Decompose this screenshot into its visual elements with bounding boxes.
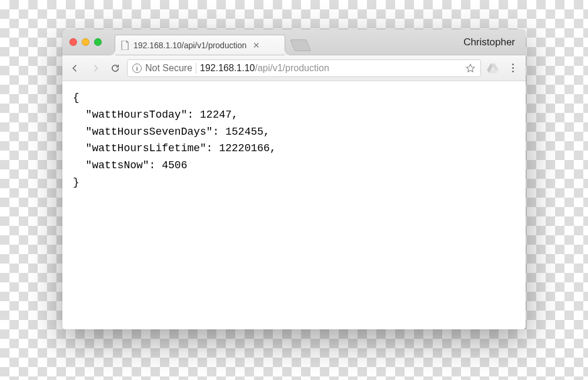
back-button[interactable]	[67, 60, 83, 76]
toolbar: i Not Secure 192.168.1.10/api/v1/product…	[62, 55, 526, 81]
browser-window: 192.168.1.10/api/v1/production ✕ Christo…	[62, 29, 526, 329]
file-icon	[121, 41, 129, 50]
svg-marker-0	[466, 64, 475, 72]
bookmark-star-icon[interactable]	[465, 63, 476, 74]
url-text: 192.168.1.10/api/v1/production	[200, 63, 329, 74]
traffic-lights	[69, 38, 102, 46]
window-maximize-button[interactable]	[94, 38, 102, 46]
divider	[196, 63, 196, 74]
site-info-icon[interactable]: i	[132, 64, 142, 73]
profile-name[interactable]: Christopher	[463, 36, 515, 48]
address-bar[interactable]: i Not Secure 192.168.1.10/api/v1/product…	[127, 59, 481, 77]
reload-button[interactable]	[107, 60, 123, 76]
page-content: { "wattHoursToday": 12247, "wattHoursSev…	[62, 81, 526, 329]
window-minimize-button[interactable]	[82, 38, 89, 46]
json-open-brace: {	[73, 92, 79, 104]
tab-title: 192.168.1.10/api/v1/production	[133, 41, 246, 50]
menu-button[interactable]	[505, 60, 521, 76]
json-close-brace: }	[73, 176, 79, 188]
tab-close-icon[interactable]: ✕	[253, 41, 260, 49]
url-path: /api/v1/production	[255, 63, 329, 73]
new-tab-button[interactable]	[290, 39, 311, 51]
window-close-button[interactable]	[69, 38, 77, 46]
kebab-menu-icon	[506, 64, 520, 72]
url-host: 192.168.1.10	[200, 63, 255, 73]
browser-tab[interactable]: 192.168.1.10/api/v1/production ✕	[115, 35, 285, 55]
forward-button[interactable]	[87, 60, 103, 76]
drive-extension-icon[interactable]	[485, 60, 501, 76]
tab-strip: 192.168.1.10/api/v1/production ✕ Christo…	[62, 29, 526, 55]
json-body-lines: "wattHoursToday": 12247, "wattHoursSeven…	[73, 109, 276, 171]
security-status: Not Secure	[145, 63, 192, 74]
